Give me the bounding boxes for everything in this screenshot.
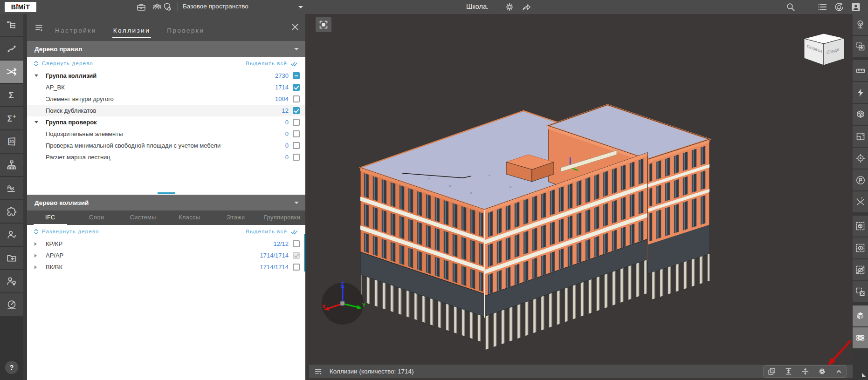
caret-right-icon[interactable] <box>34 242 41 246</box>
node-checkbox[interactable] <box>293 240 300 247</box>
cube-view-icon[interactable] <box>853 305 868 326</box>
orbit-icon[interactable] <box>853 327 868 348</box>
clash-detection-icon[interactable] <box>0 61 23 83</box>
dimensions-icon[interactable]: 12 <box>853 191 868 212</box>
scheme-icon[interactable] <box>0 154 23 176</box>
path-nodes-icon[interactable] <box>0 37 23 60</box>
rules-tree-row[interactable]: Группа коллизий 2730 <box>27 70 305 81</box>
team-icon[interactable] <box>152 2 162 12</box>
tab-collisions[interactable]: Коллизии <box>112 18 152 38</box>
show-eye-icon[interactable] <box>853 238 868 258</box>
share-icon[interactable] <box>521 2 531 12</box>
notifications-icon[interactable] <box>834 2 844 12</box>
rules-tree-row[interactable]: АР_ВК 1714 <box>27 81 305 93</box>
caret-down-icon[interactable] <box>34 121 41 123</box>
expand-tree-link[interactable]: Развернуть дерево <box>34 228 99 235</box>
shield-icon[interactable] <box>162 2 172 12</box>
dashboard-icon[interactable] <box>0 293 23 316</box>
rule-checkbox[interactable] <box>293 130 300 137</box>
collisions-tree-row[interactable]: АР/АР 1714/1714 <box>27 250 305 261</box>
axis-gizmo[interactable]: Z X Y <box>320 280 365 325</box>
rules-tree-row[interactable]: Расчет марша лестниц 0 <box>27 151 305 163</box>
view-2d-icon[interactable]: 2D <box>0 130 23 153</box>
model-tree-icon[interactable] <box>0 14 23 36</box>
flag-icon[interactable] <box>853 170 868 190</box>
sum-add-icon[interactable]: Σ+ <box>0 107 23 129</box>
tab-layers[interactable]: Слои <box>74 210 120 225</box>
collisions-tree-row[interactable]: КР/КР 12/12 <box>27 238 305 250</box>
tree-icon[interactable] <box>853 14 868 35</box>
caret-right-icon[interactable] <box>34 265 41 269</box>
account-icon[interactable] <box>851 2 861 12</box>
select-all-link[interactable]: Выделить всё <box>246 61 299 67</box>
ruler-icon[interactable] <box>853 60 868 81</box>
user-check-icon[interactable] <box>0 224 23 246</box>
tab-groupings[interactable]: Группировки <box>259 210 306 225</box>
tab-checks[interactable]: Проверки <box>166 18 205 38</box>
rule-checkbox[interactable] <box>293 72 300 79</box>
select-all-link[interactable]: Выделить всё <box>246 229 299 235</box>
panel-menu-icon[interactable] <box>34 23 45 33</box>
charts-icon[interactable] <box>0 177 23 199</box>
panel-scrollbar[interactable] <box>304 234 305 271</box>
rules-tree-row[interactable]: Поиск дубликатов 12 <box>27 105 305 116</box>
search-icon[interactable] <box>785 2 796 12</box>
rule-checkbox[interactable] <box>293 142 300 149</box>
fit-view-button[interactable] <box>316 17 331 32</box>
isolate-icon[interactable] <box>853 216 868 237</box>
plugins-icon[interactable] <box>0 200 23 223</box>
node-checkbox[interactable] <box>293 252 300 259</box>
rule-label: Элемент внтури другого <box>41 95 275 102</box>
navigation-cube[interactable]: Справа Сзади <box>802 32 854 69</box>
logo-text: BiMiT <box>11 3 30 11</box>
rules-tree-row[interactable]: Подозрительные элементы 0 <box>27 128 305 140</box>
rules-tree-header[interactable]: Дерево правил <box>27 41 305 57</box>
rule-checkbox[interactable] <box>293 84 300 91</box>
briefcase-icon[interactable] <box>136 2 146 12</box>
list-icon[interactable] <box>817 2 827 12</box>
workspace-selector[interactable]: Базовое пространство <box>183 3 248 10</box>
tab-systems[interactable]: Системы <box>120 210 166 225</box>
section-box-icon[interactable] <box>853 104 868 125</box>
rules-tree-row[interactable]: Элемент внтури другого 1004 <box>27 93 305 105</box>
locate-icon[interactable] <box>853 148 868 169</box>
select-similar-icon[interactable] <box>853 36 868 57</box>
chevron-down-icon[interactable] <box>298 6 303 8</box>
hide-eye-icon[interactable] <box>853 259 868 280</box>
resize-grip-icon[interactable] <box>862 373 866 377</box>
collisions-tree-header[interactable]: Дерево коллизий <box>27 195 305 210</box>
tab-settings[interactable]: Настройки <box>54 18 97 38</box>
caret-right-icon[interactable] <box>34 254 41 258</box>
panel-resize-handle[interactable] <box>158 192 175 194</box>
copy-icon[interactable] <box>766 366 777 377</box>
tab-floors[interactable]: Этажи <box>213 210 259 225</box>
clear-selection-icon[interactable] <box>853 281 868 302</box>
caret-down-icon[interactable] <box>34 75 41 77</box>
flash-icon[interactable] <box>853 82 868 103</box>
chevron-down-icon[interactable] <box>294 48 299 50</box>
collisions-tree-row[interactable]: ВК/ВК 1714/1714 <box>27 261 305 273</box>
node-checkbox[interactable] <box>293 264 300 271</box>
settings-gear-icon[interactable] <box>504 2 515 12</box>
sum-icon[interactable]: Σ <box>0 84 23 106</box>
row-height-icon[interactable] <box>783 366 793 377</box>
folder-import-icon[interactable] <box>0 247 23 269</box>
rules-tree-row[interactable]: Проверка минимальной свободной площади с… <box>27 140 305 151</box>
close-icon[interactable] <box>291 23 299 31</box>
rule-checkbox[interactable] <box>293 95 300 102</box>
app-logo[interactable]: BiMiT <box>5 2 36 12</box>
tab-ifc[interactable]: IFC <box>27 210 74 225</box>
chevron-down-icon[interactable] <box>294 202 299 204</box>
status-menu-icon[interactable] <box>314 366 324 377</box>
user-location-icon[interactable] <box>0 270 23 292</box>
rule-checkbox[interactable] <box>293 119 300 126</box>
rules-tree-row[interactable]: Группа проверок 0 <box>27 116 305 128</box>
floor-plan-icon[interactable] <box>853 126 868 147</box>
split-icon[interactable] <box>800 366 810 377</box>
viewport-3d[interactable]: Справа Сзади Z X Y Коллизии (количество:… <box>309 14 853 380</box>
rule-checkbox[interactable] <box>293 154 300 161</box>
collapse-tree-link[interactable]: Свернуть дерево <box>34 60 93 67</box>
tab-classes[interactable]: Классы <box>166 210 213 225</box>
rule-checkbox[interactable] <box>293 107 300 114</box>
help-button[interactable]: ? <box>5 361 18 374</box>
